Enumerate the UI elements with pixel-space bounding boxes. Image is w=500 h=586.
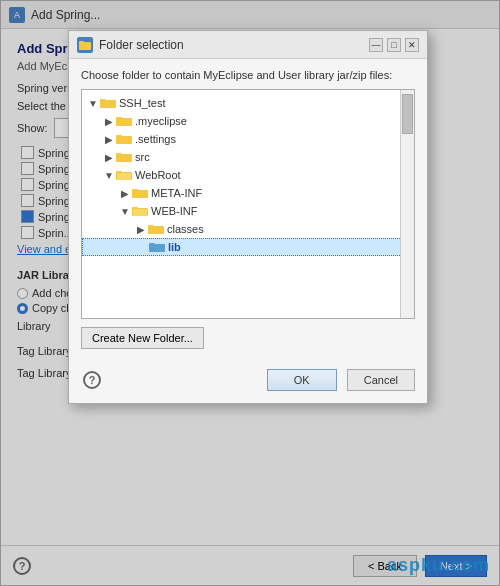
folder-icon-myeclipse <box>116 115 132 128</box>
toggle-meta-inf[interactable]: ▶ <box>118 186 132 200</box>
svg-rect-10 <box>116 153 122 156</box>
maximize-button[interactable]: □ <box>387 38 401 52</box>
folder-icon-settings <box>116 133 132 146</box>
tree-item-myeclipse[interactable]: ▶ .myeclipse <box>82 112 414 130</box>
svg-rect-18 <box>133 209 147 216</box>
tree-label-classes: classes <box>167 223 204 235</box>
ok-button[interactable]: OK <box>267 369 337 391</box>
folder-icon-ssh-test <box>100 97 116 110</box>
dialog-help-icon[interactable]: ? <box>83 371 101 389</box>
toggle-web-inf[interactable]: ▼ <box>118 204 132 218</box>
tree-item-meta-inf[interactable]: ▶ META-INF <box>82 184 414 202</box>
folder-tree[interactable]: ▼ SSH_test ▶ <box>81 89 415 319</box>
toggle-classes[interactable]: ▶ <box>134 222 148 236</box>
svg-rect-22 <box>149 243 155 246</box>
tree-item-lib[interactable]: ▶ lib <box>82 238 414 256</box>
tree-item-web-inf[interactable]: ▼ WEB-INF <box>82 202 414 220</box>
tree-item-settings[interactable]: ▶ .settings <box>82 130 414 148</box>
svg-rect-15 <box>132 189 138 192</box>
tree-item-src[interactable]: ▶ src <box>82 148 414 166</box>
dialog-help-text: ? <box>89 374 96 386</box>
dialog-action-row: ? OK Cancel <box>69 359 427 403</box>
svg-rect-8 <box>116 135 122 138</box>
tree-label-settings: .settings <box>135 133 176 145</box>
toggle-settings[interactable]: ▶ <box>102 132 116 146</box>
tree-label-lib: lib <box>168 241 181 253</box>
tree-label-myeclipse: .myeclipse <box>135 115 187 127</box>
svg-rect-6 <box>116 117 122 120</box>
tree-label-src: src <box>135 151 150 163</box>
cancel-button[interactable]: Cancel <box>347 369 415 391</box>
dialog-footer-row: Create New Folder... <box>81 327 415 349</box>
tree-label-meta-inf: META-INF <box>151 187 202 199</box>
dialog-body: Choose folder to contain MyEclipse and U… <box>69 59 427 359</box>
minimize-button[interactable]: — <box>369 38 383 52</box>
svg-rect-4 <box>101 101 115 108</box>
toggle-myeclipse[interactable]: ▶ <box>102 114 116 128</box>
tree-label-web-inf: WEB-INF <box>151 205 197 217</box>
tree-scroll-thumb[interactable] <box>402 94 413 134</box>
toggle-webroot[interactable]: ▼ <box>102 168 116 182</box>
folder-icon-classes <box>148 223 164 236</box>
dialog-window-buttons: — □ ✕ <box>369 38 419 52</box>
tree-scrollbar[interactable] <box>400 90 414 318</box>
dialog-description: Choose folder to contain MyEclipse and U… <box>81 69 415 81</box>
folder-title-svg <box>79 39 91 51</box>
tree-item-ssh-test[interactable]: ▼ SSH_test <box>82 94 414 112</box>
folder-icon-lib <box>149 241 165 254</box>
svg-rect-20 <box>148 225 154 228</box>
folder-icon-webroot <box>116 169 132 182</box>
tree-item-classes[interactable]: ▶ classes <box>82 220 414 238</box>
tree-label-webroot: WebRoot <box>135 169 181 181</box>
dialog-title-text: Folder selection <box>99 38 363 52</box>
folder-icon-meta-inf <box>132 187 148 200</box>
toggle-ssh-test[interactable]: ▼ <box>86 96 100 110</box>
svg-rect-13 <box>117 173 131 180</box>
folder-selection-dialog[interactable]: Folder selection — □ ✕ Choose folder to … <box>68 30 428 404</box>
close-button[interactable]: ✕ <box>405 38 419 52</box>
svg-rect-1 <box>79 41 84 44</box>
tree-label-ssh-test: SSH_test <box>119 97 165 109</box>
dialog-title-icon <box>77 37 93 53</box>
tree-item-webroot[interactable]: ▼ WebRoot <box>82 166 414 184</box>
folder-icon-src <box>116 151 132 164</box>
folder-icon-web-inf <box>132 205 148 218</box>
create-new-folder-button[interactable]: Create New Folder... <box>81 327 204 349</box>
toggle-src[interactable]: ▶ <box>102 150 116 164</box>
dialog-titlebar: Folder selection — □ ✕ <box>69 31 427 59</box>
